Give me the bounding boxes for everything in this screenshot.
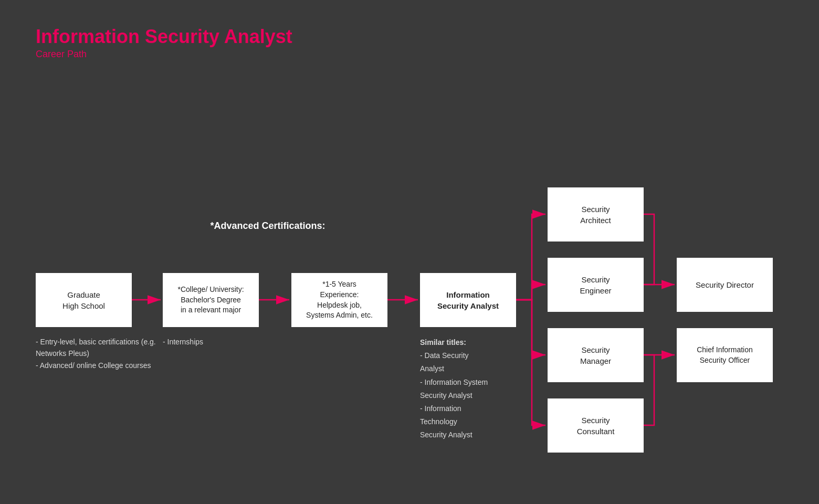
college-label: - Internships: [163, 336, 259, 348]
page-title: Information Security Analyst: [36, 25, 292, 48]
analyst-box: InformationSecurity Analyst: [420, 273, 516, 327]
security-architect-box: SecurityArchitect: [548, 187, 644, 242]
similar-title-7: Security Analyst: [420, 428, 525, 442]
graduate-box: GraduateHigh School: [36, 273, 132, 327]
similar-title-3: - Information System: [420, 376, 525, 389]
similar-titles-heading: Similar titles:: [420, 336, 525, 349]
page-header: Information Security Analyst Career Path: [36, 25, 292, 60]
career-path-diagram: *Advanced Certifications:: [0, 79, 819, 488]
college-box: *College/ University:Bachelor's Degreein…: [163, 273, 259, 327]
similar-title-2: Analyst: [420, 362, 525, 375]
similar-title-6: Technology: [420, 415, 525, 428]
similar-title-4: Security Analyst: [420, 389, 525, 402]
page-subtitle: Career Path: [36, 49, 292, 60]
security-manager-box: SecurityManager: [548, 328, 644, 382]
security-consultant-box: SecurityConsultant: [548, 398, 644, 453]
similar-title-5: - Information: [420, 402, 525, 415]
advanced-cert-label: *Advanced Certifications:: [163, 220, 373, 232]
experience-box: *1-5 YearsExperience:Helpdesk job,System…: [291, 273, 387, 327]
ciso-box: Chief InformationSecurity Officer: [677, 328, 773, 382]
graduate-label: - Entry-level, basic certifications (e.g…: [36, 336, 162, 371]
similar-titles: Similar titles: - Data Security Analyst …: [420, 336, 525, 442]
security-director-box: Security Director: [677, 258, 773, 312]
security-engineer-box: SecurityEngineer: [548, 258, 644, 312]
similar-title-1: - Data Security: [420, 349, 525, 362]
